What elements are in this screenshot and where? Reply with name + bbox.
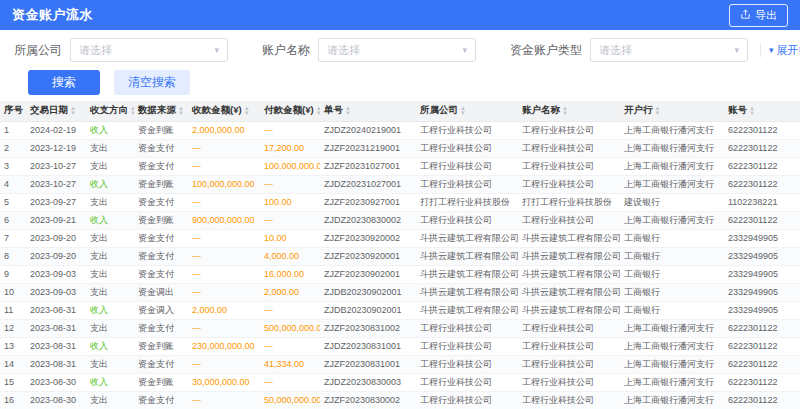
column-header-account_no[interactable]: 账号▲▼ (724, 101, 800, 121)
cell-no: 13 (0, 337, 26, 355)
select-placeholder: 请选择 (599, 43, 632, 58)
filter-groups: 所属公司请选择▾账户名称请选择▾资金账户类型请选择▾ (14, 38, 748, 62)
cell-account_name: 工程行业科技公司 (518, 319, 620, 337)
column-label: 所属公司 (420, 104, 458, 117)
cell-bank: 上海工商银行潘河支行 (620, 373, 724, 391)
cell-date: 2023-12-19 (26, 139, 86, 157)
cell-payment: --- (260, 301, 320, 319)
filter-select[interactable]: 请选择▾ (318, 38, 476, 62)
cell-bank: 上海工商银行潘河支行 (620, 337, 724, 355)
cell-account_name: 工程行业科技公司 (518, 139, 620, 157)
cell-company: 工程行业科技公司 (416, 121, 518, 139)
cell-bank: 上海工商银行潘河支行 (620, 391, 724, 409)
cell-order_no: ZJZF20230920002 (320, 229, 416, 247)
filter-right: ▾ 展开筛选 (760, 43, 800, 58)
table-wrap: 序号交易日期▲▼收支方向▲▼数据来源▲▼收款金额(¥)▲▼付款金额(¥)▲▼单号… (0, 101, 800, 409)
cell-order_no: ZJDZ20230830003 (320, 373, 416, 391)
cell-company: 工程行业科技公司 (416, 157, 518, 175)
table-row: 152023-08-30收入资金到账30,000,000.00---ZJDZ20… (0, 373, 800, 391)
sort-icon[interactable]: ▲▼ (460, 106, 466, 115)
expand-filters-link[interactable]: ▾ 展开筛选 (769, 43, 800, 58)
cell-order_no: ZJDB20230902001 (320, 283, 416, 301)
cell-bank: 工商银行 (620, 265, 724, 283)
cell-direction: 收入 (86, 121, 134, 139)
table-header-row: 序号交易日期▲▼收支方向▲▼数据来源▲▼收款金额(¥)▲▼付款金额(¥)▲▼单号… (0, 101, 800, 121)
column-header-account_name[interactable]: 账户名称▲▼ (518, 101, 620, 121)
cell-payment: 100,000,000.00 (260, 157, 320, 175)
sort-icon[interactable]: ▲▼ (70, 106, 76, 115)
column-header-bank[interactable]: 开户行▲▼ (620, 101, 724, 121)
cell-source: 资金支付 (134, 139, 188, 157)
column-header-order_no[interactable]: 单号▲▼ (320, 101, 416, 121)
sort-icon[interactable]: ▲▼ (345, 106, 351, 115)
cell-account_name: 工程行业科技公司 (518, 157, 620, 175)
cell-company: 工程行业科技公司 (416, 355, 518, 373)
table-row: 102023-09-03支出资金调出---2,000.00ZJDB2023090… (0, 283, 800, 301)
cell-no: 6 (0, 211, 26, 229)
sort-icon[interactable]: ▲▼ (178, 106, 184, 115)
cell-account_no: 6222301122 (724, 157, 800, 175)
column-header-company[interactable]: 所属公司▲▼ (416, 101, 518, 121)
cell-account_no: 6222301122 (724, 121, 800, 139)
cell-company: 打打工程行业科技股份 (416, 193, 518, 211)
cell-company: 工程行业科技公司 (416, 139, 518, 157)
cell-payment: 16,000.00 (260, 265, 320, 283)
cell-date: 2023-08-31 (26, 355, 86, 373)
sort-icon[interactable]: ▲▼ (655, 106, 661, 115)
search-button[interactable]: 搜索 (28, 70, 100, 95)
cell-date: 2023-10-27 (26, 157, 86, 175)
cell-direction: 收入 (86, 211, 134, 229)
sort-icon[interactable]: ▲▼ (749, 106, 755, 115)
cell-account_no: 6222301122 (724, 319, 800, 337)
cell-bank: 工商银行 (620, 247, 724, 265)
cell-no: 11 (0, 301, 26, 319)
cell-income: --- (188, 229, 260, 247)
clear-search-button[interactable]: 清空搜索 (114, 70, 190, 95)
column-header-income[interactable]: 收款金额(¥)▲▼ (188, 101, 260, 121)
cell-income: --- (188, 391, 260, 409)
cell-no: 3 (0, 157, 26, 175)
column-header-no: 序号 (0, 101, 26, 121)
cell-no: 2 (0, 139, 26, 157)
sort-icon[interactable]: ▲▼ (562, 106, 568, 115)
cell-direction: 支出 (86, 157, 134, 175)
filter-select[interactable]: 请选择▾ (70, 38, 228, 62)
cell-bank: 工商银行 (620, 301, 724, 319)
table-row: 12024-02-19收入资金到账2,000,000.00---ZJDZ2024… (0, 121, 800, 139)
filter-group: 账户名称请选择▾ (262, 38, 476, 62)
page-title: 资金账户流水 (12, 6, 93, 24)
cell-direction: 收入 (86, 175, 134, 193)
cell-account_no: 6222301122 (724, 211, 800, 229)
cell-date: 2023-08-30 (26, 391, 86, 409)
cell-date: 2023-09-27 (26, 193, 86, 211)
cell-account_name: 工程行业科技公司 (518, 391, 620, 409)
sort-icon[interactable]: ▲▼ (316, 106, 320, 115)
column-label: 交易日期 (30, 104, 68, 117)
cell-source: 资金支付 (134, 391, 188, 409)
cell-source: 资金到账 (134, 175, 188, 193)
cell-order_no: ZJDZ20231027001 (320, 175, 416, 193)
cell-direction: 收入 (86, 337, 134, 355)
cell-source: 资金到账 (134, 373, 188, 391)
cell-order_no: ZJZF20230927001 (320, 193, 416, 211)
cell-company: 工程行业科技公司 (416, 211, 518, 229)
cell-no: 8 (0, 247, 26, 265)
column-label: 账号 (728, 104, 747, 117)
table-row: 162023-08-30支出资金支付---50,000,000.00ZJZF20… (0, 391, 800, 409)
cell-source: 资金调入 (134, 301, 188, 319)
column-header-date[interactable]: 交易日期▲▼ (26, 101, 86, 121)
cell-date: 2023-08-31 (26, 319, 86, 337)
filter-select[interactable]: 请选择▾ (590, 38, 748, 62)
column-header-direction[interactable]: 收支方向▲▼ (86, 101, 134, 121)
cell-source: 资金支付 (134, 247, 188, 265)
column-header-payment[interactable]: 付款金额(¥)▲▼ (260, 101, 320, 121)
cell-source: 资金到账 (134, 337, 188, 355)
export-button[interactable]: 导出 (729, 4, 788, 27)
cell-date: 2023-08-31 (26, 337, 86, 355)
sort-icon[interactable]: ▲▼ (130, 106, 134, 115)
sort-icon[interactable]: ▲▼ (244, 106, 250, 115)
cell-direction: 支出 (86, 391, 134, 409)
cell-bank: 上海工商银行潘河支行 (620, 139, 724, 157)
column-header-source[interactable]: 数据来源▲▼ (134, 101, 188, 121)
cell-date: 2023-09-03 (26, 283, 86, 301)
